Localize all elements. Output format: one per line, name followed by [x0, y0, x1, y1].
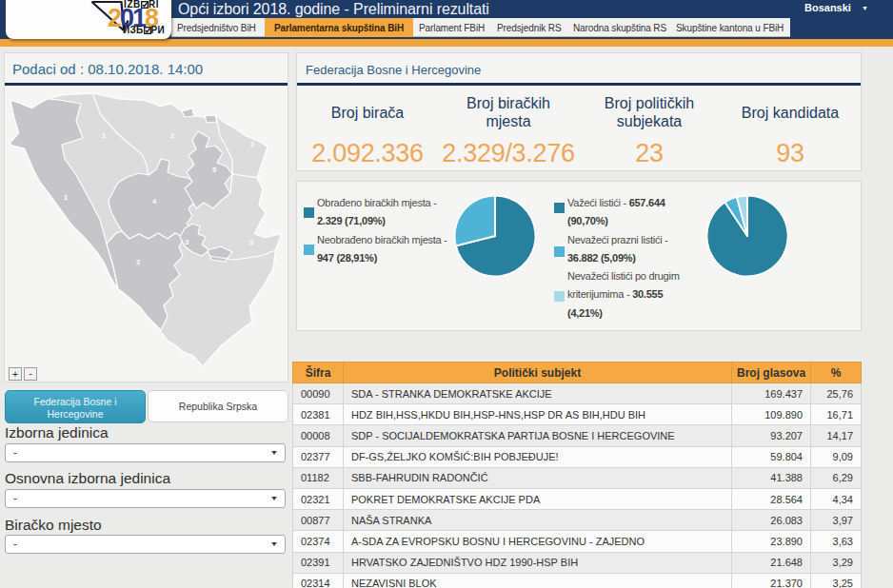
svg-text:1: 1 — [102, 131, 106, 140]
svg-text:2: 2 — [250, 140, 254, 148]
svg-text:3: 3 — [249, 238, 253, 246]
svg-text:5: 5 — [212, 166, 216, 174]
svg-text:3: 3 — [185, 238, 189, 246]
svg-text:2: 2 — [170, 131, 174, 140]
svg-text:1: 1 — [64, 193, 68, 202]
svg-text:2: 2 — [136, 258, 140, 266]
